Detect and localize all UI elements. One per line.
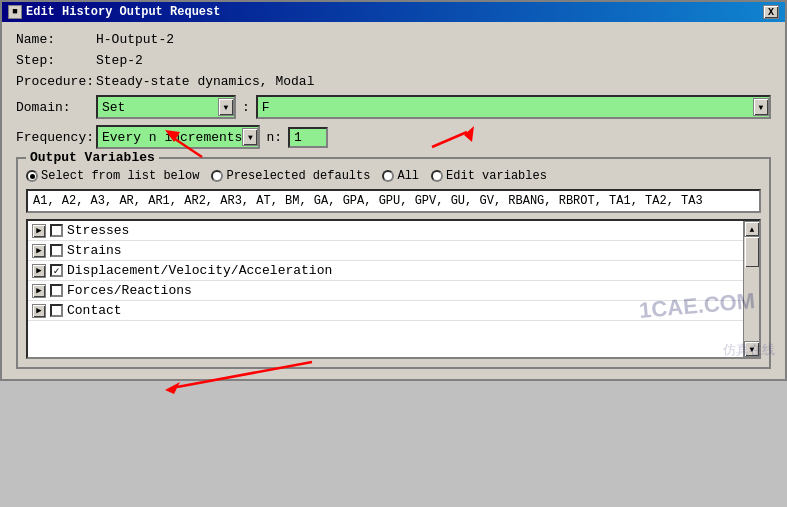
domain-f-dropdown-arrow[interactable]: ▼ (753, 98, 769, 116)
radio-edit-variables-circle[interactable] (431, 170, 443, 182)
procedure-row: Procedure: Steady-state dynamics, Modal (16, 74, 771, 89)
name-label: Name: (16, 32, 96, 47)
scrollbar-track: ▲ ▼ (743, 221, 759, 357)
tree-label-contact: Contact (67, 303, 122, 318)
tree-checkbox-displacement[interactable]: ✓ (50, 264, 63, 277)
tree-item-displacement: ▶ ✓ Displacement/Velocity/Acceleration (28, 261, 743, 281)
frequency-label: Frequency: (16, 130, 96, 145)
frequency-select-wrap[interactable]: Every n increments ▼ (96, 125, 260, 149)
output-variables-group: Output Variables Select from list below … (16, 157, 771, 369)
tree-checkbox-stresses[interactable] (50, 224, 63, 237)
tree-checkbox-contact[interactable] (50, 304, 63, 317)
title-bar: ■ Edit History Output Request X (2, 2, 785, 22)
content-area: Name: H-Output-2 Step: Step-2 Procedure:… (2, 22, 785, 379)
domain-label: Domain: (16, 100, 96, 115)
radio-select-list-label: Select from list below (41, 169, 199, 183)
tree-label-displacement: Displacement/Velocity/Acceleration (67, 263, 332, 278)
tree-item-stresses: ▶ Stresses (28, 221, 743, 241)
procedure-value: Steady-state dynamics, Modal (96, 74, 314, 89)
tree-label-forces: Forces/Reactions (67, 283, 192, 298)
tree-label-strains: Strains (67, 243, 122, 258)
n-label: n: (266, 130, 282, 145)
svg-marker-5 (165, 382, 180, 394)
name-value: H-Output-2 (96, 32, 174, 47)
scroll-down-button[interactable]: ▼ (744, 341, 760, 357)
tree-area[interactable]: ▶ Stresses ▶ Strains ▶ ✓ Displacement/Ve… (26, 219, 761, 359)
step-value: Step-2 (96, 53, 143, 68)
dialog: ■ Edit History Output Request X Name: H-… (0, 0, 787, 381)
close-button[interactable]: X (763, 5, 779, 19)
radio-select-list-circle[interactable] (26, 170, 38, 182)
procedure-label: Procedure: (16, 74, 96, 89)
variables-display: A1, A2, A3, AR, AR1, AR2, AR3, AT, BM, G… (26, 189, 761, 213)
group-box-title: Output Variables (26, 150, 159, 165)
tree-checkbox-strains[interactable] (50, 244, 63, 257)
tree-expand-stresses[interactable]: ▶ (32, 224, 46, 238)
scroll-up-button[interactable]: ▲ (744, 221, 760, 237)
domain-f-value: F (262, 100, 753, 115)
frequency-dropdown-arrow[interactable]: ▼ (242, 128, 258, 146)
radio-select-list[interactable]: Select from list below (26, 169, 199, 183)
radio-preselected-label: Preselected defaults (226, 169, 370, 183)
tree-item-strains: ▶ Strains (28, 241, 743, 261)
step-row: Step: Step-2 (16, 53, 771, 68)
radio-preselected-circle[interactable] (211, 170, 223, 182)
radio-edit-variables-label: Edit variables (446, 169, 547, 183)
tree-expand-forces[interactable]: ▶ (32, 284, 46, 298)
name-row: Name: H-Output-2 (16, 32, 771, 47)
scrollbar-thumb[interactable] (745, 237, 759, 267)
domain-select-wrap[interactable]: Set ▼ (96, 95, 236, 119)
tree-expand-contact[interactable]: ▶ (32, 304, 46, 318)
step-label: Step: (16, 53, 96, 68)
n-input[interactable] (288, 127, 328, 148)
radio-all[interactable]: All (382, 169, 419, 183)
domain-dropdown-arrow[interactable]: ▼ (218, 98, 234, 116)
domain-row: Domain: Set ▼ : F ▼ (16, 95, 771, 119)
tree-expand-strains[interactable]: ▶ (32, 244, 46, 258)
radio-all-label: All (397, 169, 419, 183)
dialog-title: Edit History Output Request (26, 5, 220, 19)
frequency-row: Frequency: Every n increments ▼ n: (16, 125, 771, 149)
dialog-icon: ■ (8, 5, 22, 19)
tree-item-contact: ▶ Contact (28, 301, 743, 321)
tree-item-forces: ▶ Forces/Reactions (28, 281, 743, 301)
tree-label-stresses: Stresses (67, 223, 129, 238)
radio-row: Select from list below Preselected defau… (26, 169, 761, 183)
radio-edit-variables[interactable]: Edit variables (431, 169, 547, 183)
domain-f-wrap[interactable]: F ▼ (256, 95, 771, 119)
domain-colon: : (242, 100, 250, 115)
domain-select-value: Set (102, 100, 218, 115)
frequency-select-value: Every n increments (102, 130, 242, 145)
tree-expand-displacement[interactable]: ▶ (32, 264, 46, 278)
tree-checkbox-forces[interactable] (50, 284, 63, 297)
radio-preselected[interactable]: Preselected defaults (211, 169, 370, 183)
radio-all-circle[interactable] (382, 170, 394, 182)
title-bar-left: ■ Edit History Output Request (8, 5, 220, 19)
